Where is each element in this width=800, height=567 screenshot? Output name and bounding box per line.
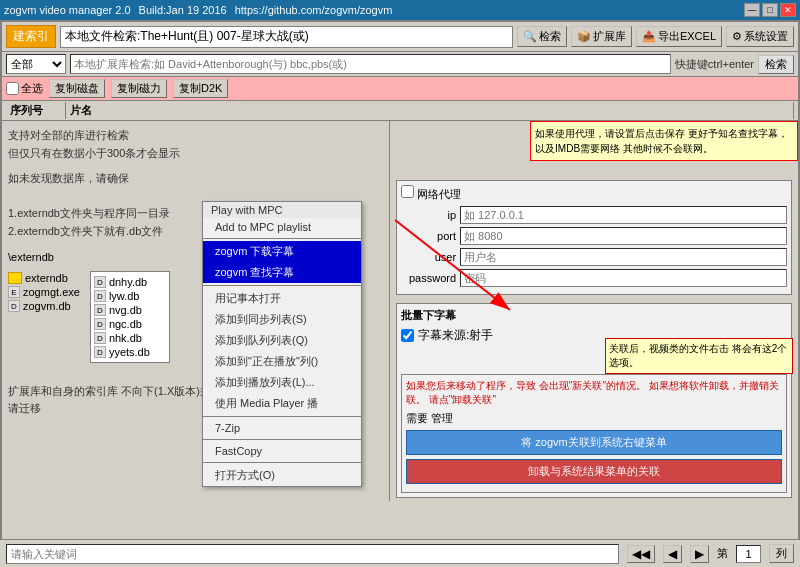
subtitle-source-label: 字幕来源:射手 [418,327,493,344]
context-menu: Play with MPC Add to MPC playlist zogvm … [202,201,362,487]
context-menu-item-fastcopy[interactable]: FastCopy [203,442,361,460]
annotation-subtitle-note: 关联后，视频类的文件右击 将会有这2个选项。 [605,338,793,374]
search-icon: 🔍 [523,30,537,43]
filter-input[interactable] [70,54,671,74]
app-name: zogvm video manager 2.0 [4,4,131,16]
proxy-user-label: user [401,251,456,263]
proxy-title: 网络代理 [401,185,787,202]
proxy-user-input[interactable] [460,248,787,266]
context-menu-item-queue[interactable]: 添加到队列列表(Q) [203,330,361,351]
bottom-bar: ◀◀ ◀ ▶ 第 列 [0,539,800,567]
proxy-ip-label: ip [401,209,456,221]
select-all-checkbox[interactable] [6,82,19,95]
search-button[interactable]: 🔍 检索 [517,26,567,47]
proxy-port-input[interactable] [460,227,787,245]
subtitle-section: 批量下字幕 字幕来源:射手 关联后，视频类的文件右击 将会有这2个选项。 如果您… [396,303,792,498]
close-button[interactable]: ✕ [780,3,796,17]
db-file-icon5: D [94,332,106,344]
copy-d2k-button[interactable]: 复制D2K [173,79,228,98]
nav-first-button[interactable]: ◀◀ [627,545,655,563]
action-toolbar: 全选 复制磁盘 复制磁力 复制D2K [2,77,798,101]
proxy-ip-input[interactable] [460,206,787,224]
page-number-input[interactable] [736,545,761,563]
db-nvg: D nvg.db [94,303,166,317]
github-url: https://github.com/zogvm/zogvm [235,4,393,16]
col-header-id: 序列号 [6,102,66,119]
right-panel: 如果使用代理，请设置后点击保存 更好予知名查找字幕，以及IMDB需要网络 其他时… [390,121,798,501]
annotation-move-note: 如果您后来移动了程序，导致 会出现"新关联"的情况。 如果想将软件卸载，并撤销关… [406,379,782,407]
copy-disk-button[interactable]: 复制磁盘 [49,79,105,98]
filter-toolbar: 全部 快捷键ctrl+enter 检索 [2,52,798,77]
context-menu-item-sync[interactable]: 添加到同步列表(S) [203,309,361,330]
proxy-ip-row: ip [401,206,787,224]
context-menu-item-notepad[interactable]: 用记事本打开 [203,288,361,309]
gear-icon: ⚙ [732,30,742,43]
expand-lib-button[interactable]: 📦 扩展库 [571,26,632,47]
proxy-user-row: user [401,248,787,266]
context-menu-sep4 [203,439,361,440]
db-dnhy: D dnhy.db [94,275,166,289]
export-excel-button[interactable]: 📤 导出EXCEL [636,26,722,47]
content-area: 支持对全部的库进行检索 但仅只有在数据小于300条才会显示 如未发现数据库，请确… [2,121,798,501]
page-label: 第 [717,546,728,561]
file-zogmgt: E zogmgt.exe [8,285,80,299]
maximize-button[interactable]: □ [762,3,778,17]
register-link-button[interactable]: 将 zogvm关联到系统右键菜单 [406,430,782,455]
context-menu-item-now-playing[interactable]: 添加到"正在播放"列() [203,351,361,372]
context-menu-sep3 [203,416,361,417]
build-index-button[interactable]: 建索引 [6,25,56,48]
exe-icon: E [8,286,20,298]
main-search-input[interactable] [60,26,513,48]
db-file-icon: D [94,276,106,288]
column-button[interactable]: 列 [769,544,794,563]
minimize-button[interactable]: — [744,3,760,17]
proxy-port-label: port [401,230,456,242]
main-toolbar: 建索引 🔍 检索 📦 扩展库 📤 导出EXCEL ⚙ 系统设置 [2,22,798,52]
info-text-search: 支持对全部的库进行检索 但仅只有在数据小于300条才会显示 [8,127,383,162]
proxy-password-input[interactable] [460,269,787,287]
proxy-checkbox[interactable] [401,185,414,198]
db-files-column: D dnhy.db D lyw.db D nvg.db D [90,271,170,363]
context-menu-item-find-sub[interactable]: zogvm 查找字幕 [203,262,361,283]
db-ngc: D ngc.db [94,317,166,331]
main-files-column: externdb E zogmgt.exe D zogvm.db [8,271,80,363]
filter-search-button[interactable]: 检索 [758,55,794,74]
proxy-port-row: port [401,227,787,245]
file-zogvm-db: D zogvm.db [8,299,80,313]
context-menu-header: Play with MPC [203,202,361,218]
copy-magnet-button[interactable]: 复制磁力 [111,79,167,98]
context-menu-item-playlist[interactable]: 添加到播放列表(L)... [203,372,361,393]
table-header: 序列号 片名 [2,101,798,121]
title-bar-controls: — □ ✕ [744,3,796,17]
annotation-proxy-note: 如果使用代理，请设置后点击保存 更好予知名查找字幕，以及IMDB需要网络 其他时… [530,121,798,161]
unregister-link-button[interactable]: 卸载与系统结果菜单的关联 [406,459,782,484]
context-menu-item-mediaplayer[interactable]: 使用 Media Player 播 [203,393,361,414]
subtitle-source-checkbox[interactable] [401,329,414,342]
db-file-icon3: D [94,304,106,316]
nav-prev-button[interactable]: ◀ [663,545,682,563]
title-bar-left: zogvm video manager 2.0 Build:Jan 19 201… [4,4,392,16]
context-menu-item-add-playlist[interactable]: Add to MPC playlist [203,218,361,236]
expand-icon: 📦 [577,30,591,43]
select-all-label[interactable]: 全选 [6,81,43,96]
context-menu-item-7zip[interactable]: 7-Zip [203,419,361,437]
db-file-icon2: D [94,290,106,302]
main-window: 建索引 🔍 检索 📦 扩展库 📤 导出EXCEL ⚙ 系统设置 全部 快捷键ct… [0,20,800,567]
db-file-icon4: D [94,318,106,330]
export-icon: 📤 [642,30,656,43]
context-menu-item-open-with[interactable]: 打开方式(O) [203,465,361,486]
proxy-section: 网络代理 ip port user password [396,180,792,295]
title-bar: zogvm video manager 2.0 Build:Jan 19 201… [0,0,800,20]
keyword-input[interactable] [6,544,619,564]
nav-next-button[interactable]: ▶ [690,545,709,563]
db-file-icon6: D [94,346,106,358]
proxy-password-label: password [401,272,456,284]
context-menu-item-download-sub[interactable]: zogvm 下载字幕 [203,241,361,262]
build-info: Build:Jan 19 2016 [139,4,227,16]
context-menu-sep2 [203,285,361,286]
settings-button[interactable]: ⚙ 系统设置 [726,26,794,47]
category-select[interactable]: 全部 [6,54,66,74]
folder-externdb: externdb [8,271,80,285]
proxy-pass-row: password [401,269,787,287]
reg-label: 需要 管理 [406,411,782,426]
